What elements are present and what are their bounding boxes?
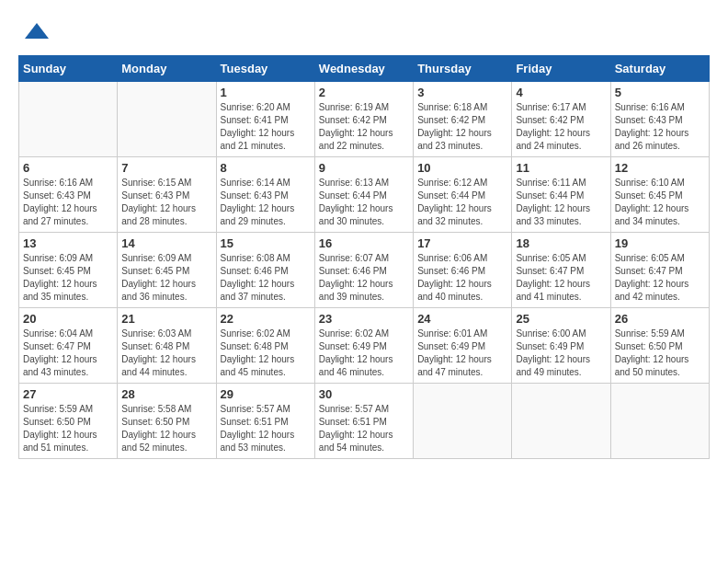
day-number: 1 [221, 86, 311, 99]
day-number: 30 [319, 387, 409, 401]
day-number: 16 [319, 236, 409, 250]
day-info: Sunrise: 6:06 AMSunset: 6:46 PMDaylight:… [417, 252, 507, 304]
calendar-cell: 24Sunrise: 6:01 AMSunset: 6:49 PMDayligh… [414, 308, 512, 384]
day-number: 24 [417, 312, 507, 326]
day-info: Sunrise: 6:09 AMSunset: 6:45 PMDaylight:… [23, 252, 113, 304]
day-number: 7 [121, 161, 211, 175]
calendar-cell: 22Sunrise: 6:02 AMSunset: 6:48 PMDayligh… [216, 308, 314, 384]
day-info: Sunrise: 6:16 AMSunset: 6:43 PMDaylight:… [23, 177, 113, 228]
calendar-cell: 13Sunrise: 6:09 AMSunset: 6:45 PMDayligh… [19, 233, 118, 308]
day-info: Sunrise: 6:09 AMSunset: 6:45 PMDaylight:… [121, 252, 211, 304]
calendar-cell: 29Sunrise: 5:57 AMSunset: 6:51 PMDayligh… [216, 384, 314, 459]
day-number: 18 [516, 236, 606, 250]
calendar-header-sunday: Sunday [19, 56, 118, 82]
calendar-week-row: 6Sunrise: 6:16 AMSunset: 6:43 PMDaylight… [19, 157, 710, 233]
day-number: 17 [417, 236, 507, 250]
day-info: Sunrise: 5:59 AMSunset: 6:50 PMDaylight:… [615, 327, 705, 379]
calendar-cell: 20Sunrise: 6:04 AMSunset: 6:47 PMDayligh… [19, 308, 118, 384]
day-info: Sunrise: 6:05 AMSunset: 6:47 PMDaylight:… [516, 252, 606, 304]
day-info: Sunrise: 6:20 AMSunset: 6:41 PMDaylight:… [221, 101, 311, 153]
day-number: 4 [516, 86, 606, 99]
day-info: Sunrise: 6:02 AMSunset: 6:49 PMDaylight:… [319, 327, 409, 379]
calendar-cell: 23Sunrise: 6:02 AMSunset: 6:49 PMDayligh… [314, 308, 413, 384]
day-info: Sunrise: 6:03 AMSunset: 6:48 PMDaylight:… [121, 327, 211, 379]
day-number: 27 [23, 387, 113, 401]
calendar-cell: 4Sunrise: 6:17 AMSunset: 6:42 PMDaylight… [512, 82, 610, 157]
day-info: Sunrise: 6:04 AMSunset: 6:47 PMDaylight:… [23, 327, 113, 379]
calendar-cell: 11Sunrise: 6:11 AMSunset: 6:44 PMDayligh… [512, 157, 610, 233]
calendar-week-row: 20Sunrise: 6:04 AMSunset: 6:47 PMDayligh… [19, 308, 710, 384]
day-number: 21 [121, 312, 211, 326]
day-number: 20 [23, 312, 113, 326]
day-info: Sunrise: 6:01 AMSunset: 6:49 PMDaylight:… [417, 327, 507, 379]
calendar-cell [414, 384, 512, 459]
calendar-cell: 17Sunrise: 6:06 AMSunset: 6:46 PMDayligh… [414, 233, 512, 308]
day-number: 2 [319, 86, 409, 99]
calendar-cell: 15Sunrise: 6:08 AMSunset: 6:46 PMDayligh… [216, 233, 314, 308]
day-number: 10 [417, 161, 507, 175]
calendar-cell: 3Sunrise: 6:18 AMSunset: 6:42 PMDaylight… [414, 82, 512, 157]
calendar-cell: 14Sunrise: 6:09 AMSunset: 6:45 PMDayligh… [118, 233, 216, 308]
day-info: Sunrise: 6:18 AMSunset: 6:42 PMDaylight:… [417, 101, 507, 153]
calendar-cell: 1Sunrise: 6:20 AMSunset: 6:41 PMDaylight… [216, 82, 314, 157]
day-info: Sunrise: 6:11 AMSunset: 6:44 PMDaylight:… [516, 177, 606, 228]
day-number: 14 [121, 236, 211, 250]
calendar-header-friday: Friday [512, 56, 610, 82]
day-info: Sunrise: 6:13 AMSunset: 6:44 PMDaylight:… [319, 177, 409, 228]
day-info: Sunrise: 6:19 AMSunset: 6:42 PMDaylight:… [319, 101, 409, 153]
day-number: 11 [516, 161, 606, 175]
calendar-cell: 8Sunrise: 6:14 AMSunset: 6:43 PMDaylight… [216, 157, 314, 233]
calendar-cell: 2Sunrise: 6:19 AMSunset: 6:42 PMDaylight… [314, 82, 413, 157]
calendar-cell [118, 82, 216, 157]
day-info: Sunrise: 6:16 AMSunset: 6:43 PMDaylight:… [615, 101, 705, 153]
calendar-week-row: 27Sunrise: 5:59 AMSunset: 6:50 PMDayligh… [19, 384, 710, 459]
calendar-cell: 12Sunrise: 6:10 AMSunset: 6:45 PMDayligh… [610, 157, 709, 233]
day-number: 29 [221, 387, 311, 401]
day-number: 8 [221, 161, 311, 175]
day-number: 19 [615, 236, 705, 250]
day-info: Sunrise: 6:07 AMSunset: 6:46 PMDaylight:… [319, 252, 409, 304]
calendar-week-row: 13Sunrise: 6:09 AMSunset: 6:45 PMDayligh… [19, 233, 710, 308]
calendar-cell: 27Sunrise: 5:59 AMSunset: 6:50 PMDayligh… [19, 384, 118, 459]
day-number: 26 [615, 312, 705, 326]
day-info: Sunrise: 6:14 AMSunset: 6:43 PMDaylight:… [221, 177, 311, 228]
day-info: Sunrise: 5:57 AMSunset: 6:51 PMDaylight:… [221, 403, 311, 454]
day-info: Sunrise: 5:57 AMSunset: 6:51 PMDaylight:… [319, 403, 409, 454]
day-info: Sunrise: 6:08 AMSunset: 6:46 PMDaylight:… [221, 252, 311, 304]
calendar-cell: 16Sunrise: 6:07 AMSunset: 6:46 PMDayligh… [314, 233, 413, 308]
calendar-cell: 7Sunrise: 6:15 AMSunset: 6:43 PMDaylight… [118, 157, 216, 233]
day-info: Sunrise: 6:00 AMSunset: 6:49 PMDaylight:… [516, 327, 606, 379]
day-number: 23 [319, 312, 409, 326]
day-info: Sunrise: 5:58 AMSunset: 6:50 PMDaylight:… [121, 403, 211, 454]
day-number: 3 [417, 86, 507, 99]
day-info: Sunrise: 6:17 AMSunset: 6:42 PMDaylight:… [516, 101, 606, 153]
calendar-cell: 10Sunrise: 6:12 AMSunset: 6:44 PMDayligh… [414, 157, 512, 233]
day-info: Sunrise: 5:59 AMSunset: 6:50 PMDaylight:… [23, 403, 113, 454]
day-info: Sunrise: 6:12 AMSunset: 6:44 PMDaylight:… [417, 177, 507, 228]
day-info: Sunrise: 6:02 AMSunset: 6:48 PMDaylight:… [221, 327, 311, 379]
page-header [18, 18, 710, 46]
logo [18, 18, 51, 46]
day-number: 5 [615, 86, 705, 99]
day-info: Sunrise: 6:05 AMSunset: 6:47 PMDaylight:… [615, 252, 705, 304]
calendar-table: SundayMondayTuesdayWednesdayThursdayFrid… [18, 55, 710, 459]
calendar-header-saturday: Saturday [610, 56, 709, 82]
calendar-cell [512, 384, 610, 459]
calendar-header-tuesday: Tuesday [216, 56, 314, 82]
day-number: 9 [319, 161, 409, 175]
calendar-header-thursday: Thursday [414, 56, 512, 82]
day-number: 6 [23, 161, 113, 175]
calendar-cell: 5Sunrise: 6:16 AMSunset: 6:43 PMDaylight… [610, 82, 709, 157]
calendar-cell [19, 82, 118, 157]
day-number: 12 [615, 161, 705, 175]
day-number: 13 [23, 236, 113, 250]
day-number: 22 [221, 312, 311, 326]
calendar-cell: 30Sunrise: 5:57 AMSunset: 6:51 PMDayligh… [314, 384, 413, 459]
day-number: 28 [121, 387, 211, 401]
calendar-cell: 19Sunrise: 6:05 AMSunset: 6:47 PMDayligh… [610, 233, 709, 308]
calendar-cell: 18Sunrise: 6:05 AMSunset: 6:47 PMDayligh… [512, 233, 610, 308]
day-info: Sunrise: 6:15 AMSunset: 6:43 PMDaylight:… [121, 177, 211, 228]
calendar-week-row: 1Sunrise: 6:20 AMSunset: 6:41 PMDaylight… [19, 82, 710, 157]
calendar-cell: 6Sunrise: 6:16 AMSunset: 6:43 PMDaylight… [19, 157, 118, 233]
day-number: 25 [516, 312, 606, 326]
